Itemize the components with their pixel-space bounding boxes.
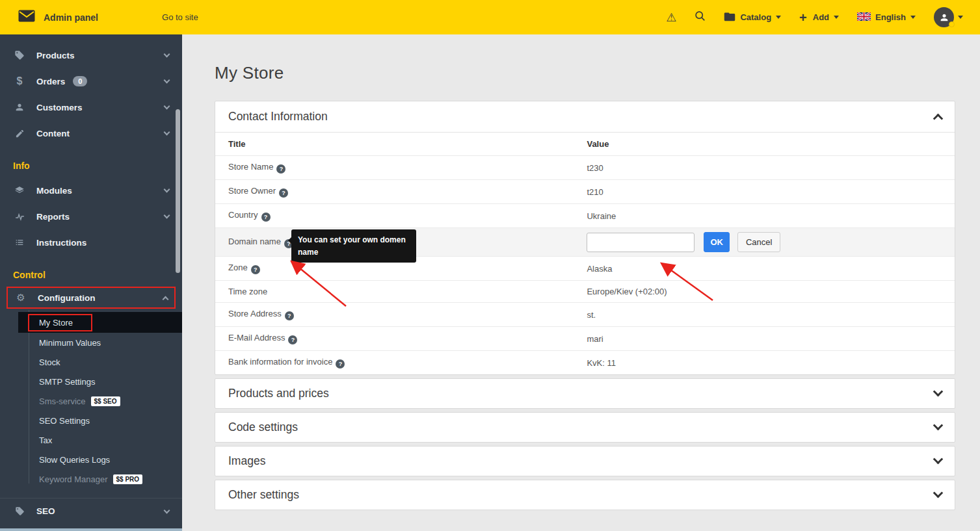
- row-value[interactable]: mari: [574, 327, 955, 351]
- seo-addon-badge: $$ SEO: [91, 396, 120, 406]
- sidebar-item-label: Products: [36, 51, 75, 60]
- sidebar-item-content[interactable]: Content: [0, 120, 182, 146]
- annotation-red-box: My Store: [28, 314, 92, 331]
- contact-information-table: Title Value Store Name? t230 Store Owner…: [215, 132, 955, 374]
- panel-images[interactable]: Images: [215, 446, 955, 476]
- brand[interactable]: Admin panel: [18, 10, 98, 25]
- help-icon[interactable]: ?: [279, 188, 288, 198]
- layers-icon: [13, 185, 26, 196]
- row-title: Store Address?: [215, 303, 574, 327]
- sidebar-subitem-sms-service[interactable]: Sms-service $$ SEO: [0, 391, 182, 411]
- chevron-down-icon: [164, 129, 170, 136]
- sidebar-item-seo[interactable]: SEO: [0, 498, 182, 524]
- row-value[interactable]: Europe/Kiev (+02:00): [574, 281, 955, 303]
- catalog-dropdown[interactable]: Catalog: [724, 12, 781, 23]
- sidebar-subitem-stock[interactable]: Stock: [0, 352, 182, 372]
- page-title: My Store: [215, 63, 955, 83]
- caret-down-icon: [910, 16, 916, 19]
- user-menu[interactable]: [934, 7, 963, 27]
- sidebar-subitem-my-store[interactable]: My Store: [18, 312, 182, 333]
- cancel-button[interactable]: Cancel: [737, 232, 780, 252]
- contact-information-header[interactable]: Contact Information: [215, 101, 955, 132]
- brand-title: Admin panel: [44, 12, 98, 23]
- table-row-store-name: Store Name? t230: [215, 156, 955, 180]
- expand-chevron-down-icon[interactable]: [933, 454, 944, 465]
- collapse-chevron-up-icon[interactable]: [933, 114, 944, 124]
- envelope-logo-icon: [18, 10, 35, 25]
- sidebar-item-orders[interactable]: $ Orders 0: [0, 68, 182, 94]
- help-icon[interactable]: ?: [285, 311, 294, 320]
- help-icon[interactable]: ?: [288, 335, 297, 344]
- panel-code-settings[interactable]: Code settings: [215, 412, 955, 443]
- sidebar-item-products[interactable]: Products: [0, 42, 182, 68]
- add-label: Add: [813, 12, 829, 22]
- search-icon[interactable]: [695, 10, 706, 24]
- panel-products-and-prices[interactable]: Products and prices: [215, 378, 955, 409]
- add-dropdown[interactable]: + Add: [799, 11, 839, 24]
- chevron-down-icon: [164, 507, 170, 513]
- sidebar-item-label: Content: [36, 129, 70, 138]
- sidebar-subitem-tax[interactable]: Tax: [0, 430, 182, 450]
- sidebar-scrollbar[interactable]: [176, 109, 180, 273]
- sidebar-cutoff-item: [0, 528, 182, 531]
- configuration-submenu: My Store Minimum Values Stock SMTP Setti…: [0, 309, 182, 494]
- sidebar-heading-info: Info: [0, 146, 182, 177]
- sidebar-subitem-label: Keyword Manager: [39, 474, 108, 484]
- help-icon[interactable]: ?: [251, 265, 260, 274]
- column-header-title: Title: [215, 133, 574, 156]
- person-icon: [13, 102, 26, 112]
- panel-title: Contact Information: [228, 110, 328, 123]
- row-value[interactable]: Ukraine: [574, 204, 955, 228]
- sidebar-subitem-label: Sms-service: [39, 396, 86, 406]
- notification-dot: [949, 21, 955, 27]
- sidebar-item-label: Configuration: [38, 293, 95, 303]
- sidebar-item-modules[interactable]: Modules: [0, 177, 182, 203]
- row-value: OK Cancel: [574, 228, 955, 257]
- help-icon[interactable]: ?: [336, 359, 345, 369]
- expand-chevron-down-icon[interactable]: [933, 387, 944, 397]
- row-value[interactable]: t210: [574, 180, 955, 204]
- panel-other-settings[interactable]: Other settings: [215, 480, 955, 510]
- ok-button[interactable]: OK: [704, 232, 730, 252]
- pro-addon-badge: $$ PRO: [113, 474, 143, 484]
- column-header-value: Value: [574, 133, 955, 156]
- sidebar-subitem-keyword-manager[interactable]: Keyword Manager $$ PRO: [0, 469, 182, 489]
- pencil-icon: [13, 129, 26, 138]
- sidebar-item-configuration[interactable]: ⚙ Configuration: [7, 287, 176, 309]
- help-icon[interactable]: ?: [261, 213, 271, 222]
- panel-title: Code settings: [228, 421, 298, 434]
- expand-chevron-down-icon[interactable]: [933, 488, 944, 499]
- language-dropdown[interactable]: English: [857, 12, 916, 23]
- row-title: E-Mail Address?: [215, 327, 574, 351]
- table-row-time-zone: Time zone Europe/Kiev (+02:00): [215, 281, 955, 303]
- seo-icon: [13, 506, 26, 516]
- sidebar-item-instructions[interactable]: Instructions: [0, 229, 182, 255]
- row-value[interactable]: st.: [574, 303, 955, 327]
- help-icon[interactable]: ?: [276, 164, 285, 174]
- caret-down-icon: [958, 16, 963, 19]
- go-to-site-link[interactable]: Go to site: [162, 12, 198, 22]
- sidebar-subitem-smtp-settings[interactable]: SMTP Settings: [0, 372, 182, 391]
- row-value[interactable]: KvK: 11: [574, 351, 955, 375]
- row-value[interactable]: t230: [574, 156, 955, 180]
- tag-icon: [13, 50, 26, 60]
- sidebar-item-reports[interactable]: Reports: [0, 203, 182, 229]
- table-row-email-address: E-Mail Address? mari: [215, 327, 955, 351]
- warning-icon[interactable]: ⚠: [666, 10, 676, 24]
- sidebar-item-label: Orders: [36, 77, 65, 86]
- domain-name-input[interactable]: [587, 233, 695, 252]
- row-title: Time zone: [215, 281, 574, 303]
- sidebar-heading-control: Control: [0, 255, 182, 287]
- language-label: English: [875, 12, 906, 22]
- chart-line-icon: [13, 211, 26, 222]
- sidebar-item-label: Reports: [36, 212, 70, 222]
- row-value[interactable]: Alaska: [574, 257, 955, 281]
- avatar: [934, 7, 954, 27]
- expand-chevron-down-icon[interactable]: [933, 421, 944, 431]
- sidebar-item-customers[interactable]: Customers: [0, 94, 182, 120]
- sidebar-subitem-slow-queries-logs[interactable]: Slow Queries Logs: [0, 450, 182, 469]
- sidebar-subitem-seo-settings[interactable]: SEO Settings: [0, 411, 182, 430]
- row-title: Store Owner?: [215, 180, 574, 204]
- panel-title: Images: [228, 454, 265, 468]
- sidebar-subitem-minimum-values[interactable]: Minimum Values: [0, 333, 182, 352]
